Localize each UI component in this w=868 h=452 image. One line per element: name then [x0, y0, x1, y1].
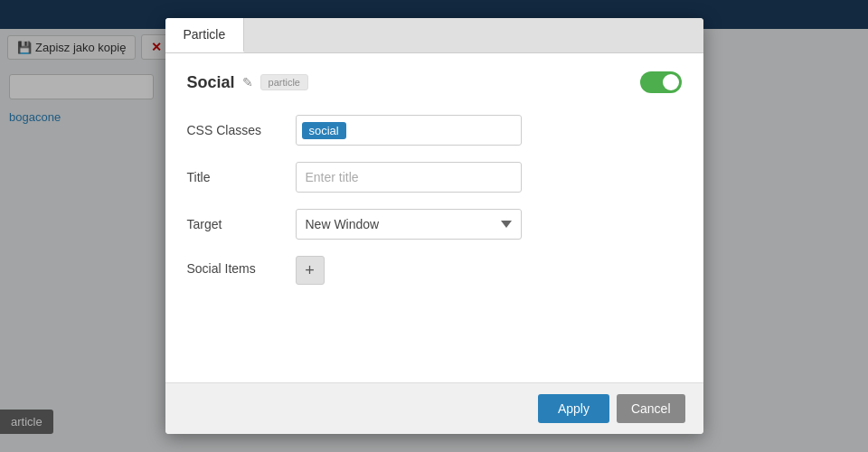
- cancel-button[interactable]: Cancel: [617, 394, 685, 423]
- social-items-label: Social Items: [187, 256, 296, 276]
- modal-tabs: Particle: [165, 18, 703, 53]
- target-label: Target: [187, 217, 296, 231]
- css-tag-social: social: [302, 122, 346, 139]
- modal-dialog: Particle Social ✎ particle CSS Classes s…: [165, 18, 703, 434]
- apply-button[interactable]: Apply: [538, 394, 609, 423]
- modal-body: Social ✎ particle CSS Classes social Tit…: [165, 53, 703, 382]
- modal-overlay: Particle Social ✎ particle CSS Classes s…: [0, 0, 868, 452]
- particle-badge: particle: [260, 74, 308, 90]
- css-classes-field[interactable]: social: [296, 115, 522, 146]
- social-items-row: Social Items +: [187, 256, 682, 285]
- tab-particle[interactable]: Particle: [165, 18, 245, 52]
- title-label: Title: [187, 170, 296, 184]
- social-header: Social ✎ particle: [187, 71, 682, 93]
- css-classes-row: CSS Classes social: [187, 115, 682, 146]
- css-classes-label: CSS Classes: [187, 123, 296, 137]
- title-input[interactable]: [296, 162, 522, 193]
- target-select[interactable]: New Window Same Window _blank _self: [296, 209, 522, 240]
- toggle-switch[interactable]: [640, 71, 682, 93]
- toggle-slider: [640, 71, 682, 93]
- modal-footer: Apply Cancel: [165, 382, 703, 434]
- title-row: Title: [187, 162, 682, 193]
- social-title: Social: [187, 73, 235, 92]
- add-social-item-button[interactable]: +: [296, 256, 325, 285]
- target-row: Target New Window Same Window _blank _se…: [187, 209, 682, 240]
- edit-icon[interactable]: ✎: [242, 75, 253, 89]
